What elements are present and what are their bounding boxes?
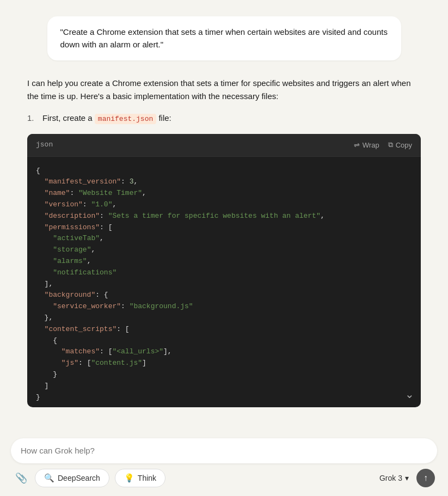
instruction-text: First, create a manifest.json file: <box>42 112 171 125</box>
code-line: "service_worker": "background.js" <box>36 301 412 313</box>
send-button[interactable]: ↑ <box>416 469 435 487</box>
user-message: "Create a Chrome extension that sets a t… <box>47 16 401 60</box>
wrap-button[interactable]: ⇌ Wrap <box>354 141 379 149</box>
instruction-item-1: 1. First, create a manifest.json file: <box>27 112 421 125</box>
code-line: { <box>36 335 412 347</box>
wrap-label: Wrap <box>363 141 379 149</box>
code-line: "alarms", <box>36 256 412 267</box>
think-label: Think <box>138 474 156 482</box>
code-line: ], <box>36 279 412 290</box>
model-selector-button[interactable]: Grok 3 ▾ <box>377 471 411 485</box>
bottom-bar: 📎 🔍 DeepSearch 💡 Think Grok 3 ▾ ↑ <box>0 432 448 496</box>
deep-search-icon: 🔍 <box>44 473 54 483</box>
copy-button[interactable]: ⧉ Copy <box>388 140 412 149</box>
code-language: json <box>36 139 53 151</box>
send-icon: ↑ <box>424 473 428 483</box>
code-line: "background": { <box>36 290 412 301</box>
code-block: json ⇌ Wrap ⧉ Copy { "manifest <box>27 134 421 407</box>
code-line: "content_scripts": [ <box>36 324 412 335</box>
code-line: "matches": ["<all_urls>"], <box>36 346 412 358</box>
code-line: "notifications" <box>36 267 412 279</box>
code-line: "activeTab", <box>36 233 412 244</box>
code-line: "description": "Sets a timer for specifi… <box>36 211 412 222</box>
inline-code-manifest: manifest.json <box>95 114 156 124</box>
code-line: "permissions": [ <box>36 222 412 234</box>
right-actions: Grok 3 ▾ ↑ <box>377 469 435 487</box>
response-intro: I can help you create a Chrome extension… <box>27 77 421 103</box>
paperclip-icon: 📎 <box>15 472 27 484</box>
code-block-header: json ⇌ Wrap ⧉ Copy <box>27 134 421 157</box>
code-actions: ⇌ Wrap ⧉ Copy <box>354 140 412 149</box>
code-content: { "manifest_version": 3, "name": "Websit… <box>27 157 421 407</box>
code-line: "name": "Website Timer", <box>36 188 412 199</box>
chat-input[interactable] <box>21 446 427 455</box>
list-number: 1. <box>27 112 38 125</box>
model-label: Grok 3 <box>379 474 402 482</box>
main-content: "Create a Chrome extension that sets a t… <box>0 0 448 432</box>
copy-label: Copy <box>396 141 412 149</box>
code-line: } <box>36 392 412 403</box>
code-line: "js": ["content.js"] <box>36 358 412 369</box>
user-message-text: "Create a Chrome extension that sets a t… <box>60 27 388 49</box>
code-line: "storage", <box>36 244 412 256</box>
copy-icon: ⧉ <box>388 140 393 149</box>
bottom-actions: 📎 🔍 DeepSearch 💡 Think Grok 3 ▾ ↑ <box>11 469 437 487</box>
code-line: "version": "1.0", <box>36 199 412 211</box>
chevron-down-icon: ▾ <box>405 474 409 482</box>
code-block-wrapper: json ⇌ Wrap ⧉ Copy { "manifest <box>27 134 421 407</box>
wrap-icon: ⇌ <box>354 141 360 149</box>
code-line: ] <box>36 381 412 392</box>
code-line: "manifest_version": 3, <box>36 176 412 188</box>
code-line: } <box>36 369 412 381</box>
deep-search-button[interactable]: 🔍 DeepSearch <box>35 469 109 487</box>
instructions-list: 1. First, create a manifest.json file: <box>27 112 421 125</box>
input-area[interactable] <box>11 438 437 463</box>
think-icon: 💡 <box>124 473 134 483</box>
assistant-response: I can help you create a Chrome extension… <box>27 77 421 407</box>
attach-button[interactable]: 📎 <box>13 470 29 486</box>
code-line: }, <box>36 313 412 324</box>
scroll-down-button[interactable]: ⌄ <box>405 388 414 401</box>
deep-search-label: DeepSearch <box>58 474 100 482</box>
code-line: { <box>36 166 412 177</box>
think-button[interactable]: 💡 Think <box>115 469 165 487</box>
